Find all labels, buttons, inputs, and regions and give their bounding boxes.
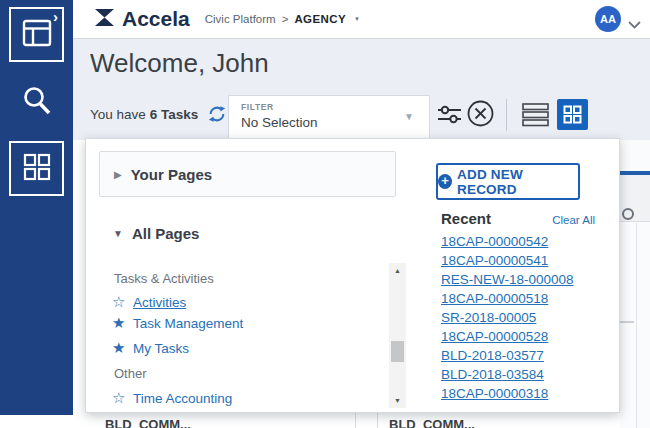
background-card: BLD_COMM... [88,413,356,428]
breadcrumb-separator: > [282,13,289,25]
sidebar-item-launcher[interactable] [9,141,64,196]
star-filled-icon[interactable]: ★ [112,339,133,357]
recent-record-link[interactable]: 18CAP-00000541 [441,251,574,270]
recent-record-link[interactable]: SR-2018-00005 [441,308,574,327]
toolbar-divider [506,99,507,131]
background-card-ring-icon [622,208,634,220]
tasks-summary-prefix: You have [90,107,146,122]
add-new-record-button[interactable]: + ADD NEW RECORD [436,163,580,200]
grid-view-icon [563,105,582,124]
star-outline-icon[interactable]: ☆ [112,389,133,407]
filter-caret-icon[interactable]: ▼ [404,111,414,122]
accela-logo: Accela [93,7,190,31]
refresh-icon[interactable] [208,105,226,126]
scrollbar-thumb[interactable] [391,341,404,362]
background-card: BLD_COMM... [377,413,620,428]
recent-record-link[interactable]: BLD-2018-03577 [441,346,574,365]
window-layout-icon [22,19,52,51]
plus-circle-icon: + [438,174,452,189]
grid-view-button[interactable] [557,99,588,130]
recent-record-link[interactable]: RES-NEW-18-000008 [441,270,574,289]
grid-launcher-icon [22,152,52,186]
list-view-icon [522,102,550,128]
scroll-up-icon[interactable]: ▲ [389,267,406,274]
nav-group-label: Tasks & Activities [114,271,214,286]
panel-scrollbar[interactable]: ▲ ▼ [389,263,406,408]
recent-section-header: Recent Clear All [441,210,595,227]
recent-records-list: 18CAP-00000542 18CAP-00000541 RES-NEW-18… [441,232,574,403]
nav-item-activities[interactable]: ☆ Activities [112,291,186,313]
list-view-button[interactable] [522,102,550,132]
user-avatar[interactable]: AA [595,6,621,32]
top-header: Accela Civic Platform > AGENCY ▼ AA [73,0,650,39]
clear-filter-button[interactable] [466,99,495,132]
your-pages-label: Your Pages [131,166,212,183]
page-title: Welcome, John [90,48,269,79]
nav-item-task-management[interactable]: ★ Task Management [112,312,243,334]
background-card-title: BLD_COMM... [105,417,191,428]
sidebar-item-search[interactable] [21,84,53,118]
filter-settings-button[interactable] [436,101,463,132]
your-pages-toggle[interactable]: ▶ Your Pages [99,151,396,197]
recent-record-link[interactable]: BLD-2018-03584 [441,365,574,384]
filter-dropdown[interactable]: FILTER No Selection ▼ [228,95,430,142]
accela-logo-mark-icon [93,8,116,31]
tasks-summary-count: 6 Tasks [150,107,199,122]
breadcrumb: Civic Platform > AGENCY ▼ [205,13,360,25]
tasks-summary: You have 6 Tasks [90,103,226,126]
brand-name: Accela [122,7,190,31]
agency-caret-icon[interactable]: ▼ [354,16,360,22]
expanded-triangle-icon: ▼ [113,228,123,239]
recent-record-link[interactable]: 18CAP-00000318 [441,384,574,403]
background-scrollbar-thumb [620,321,634,323]
sidebar-expand-chevron-icon[interactable]: › [53,8,58,25]
nav-item-label[interactable]: Activities [133,295,186,310]
account-chevron-down-icon[interactable] [628,15,641,33]
add-new-record-label: ADD NEW RECORD [457,167,578,197]
star-outline-icon[interactable]: ☆ [112,293,133,311]
scroll-down-icon[interactable]: ▼ [389,397,406,404]
pages-launcher-panel: ▶ Your Pages ▼ All Pages Tasks & Activit… [85,138,620,413]
nav-item-label[interactable]: Task Management [133,316,243,331]
background-page-strip [620,140,650,428]
nav-item-label[interactable]: My Tasks [133,341,189,356]
recent-record-link[interactable]: 18CAP-00000518 [441,289,574,308]
breadcrumb-platform[interactable]: Civic Platform [205,13,276,25]
background-card-title: BLD_COMM... [389,417,475,428]
nav-group-label: Other [114,366,147,381]
search-icon [21,104,53,121]
sidebar: › [0,0,73,415]
clear-all-link[interactable]: Clear All [552,214,595,226]
star-filled-icon[interactable]: ★ [112,314,133,332]
x-circle-icon [466,99,495,128]
breadcrumb-agency[interactable]: AGENCY [294,13,346,25]
nav-item-time-accounting[interactable]: ☆ Time Accounting [112,387,232,409]
nav-item-my-tasks[interactable]: ★ My Tasks [112,337,189,359]
background-card-border [636,223,637,428]
all-pages-toggle[interactable]: ▼ All Pages [113,225,199,242]
sliders-icon [436,101,463,128]
recent-title: Recent [441,210,491,227]
filter-selected-value: No Selection [241,115,318,130]
filter-label: FILTER [241,102,274,112]
welcome-band: Welcome, John You have 6 Tasks FILTER No… [73,39,650,140]
recent-record-link[interactable]: 18CAP-00000542 [441,232,574,251]
sidebar-item-dashboard[interactable]: › [9,7,64,62]
all-pages-label: All Pages [132,225,200,242]
collapsed-triangle-icon: ▶ [114,169,122,180]
nav-item-label[interactable]: Time Accounting [133,391,232,406]
recent-record-link[interactable]: 18CAP-00000528 [441,327,574,346]
